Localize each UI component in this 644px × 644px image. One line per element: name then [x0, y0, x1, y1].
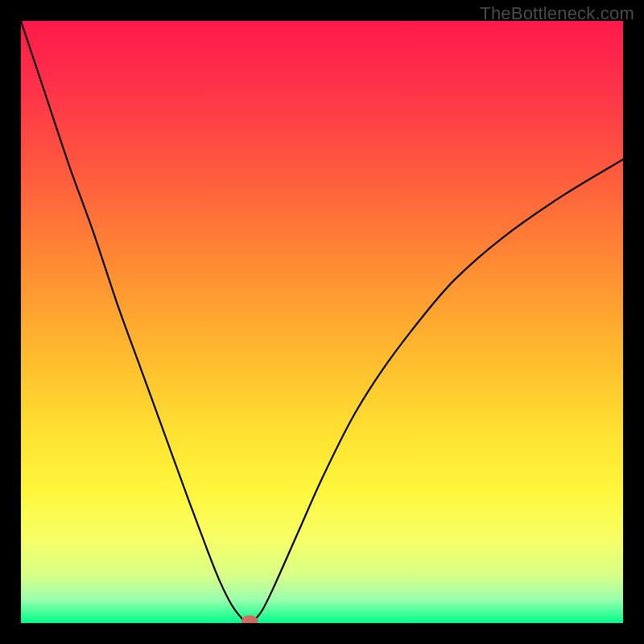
watermark-text: TheBottleneck.com — [480, 3, 634, 24]
gradient-background — [21, 21, 623, 623]
plot-area — [21, 21, 623, 623]
chart-frame: TheBottleneck.com — [0, 0, 644, 644]
chart-svg — [21, 21, 623, 623]
